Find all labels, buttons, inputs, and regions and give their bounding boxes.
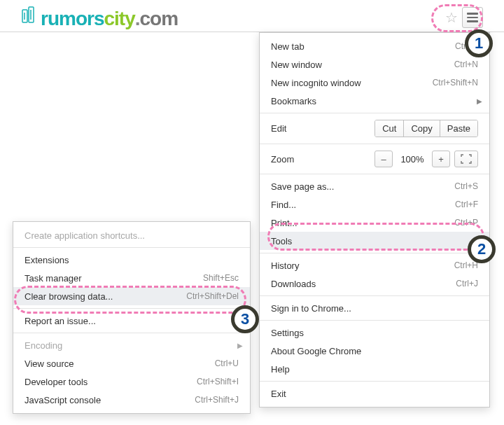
chevron-right-icon: ▶ (477, 237, 482, 245)
logo-text: rumors (41, 8, 104, 30)
menu-shortcut: Ctrl+Shift+N (433, 78, 478, 88)
logo-text: . (135, 8, 140, 30)
menu-button[interactable] (462, 7, 483, 28)
menu-label: Sign in to Chrome... (271, 303, 351, 314)
paste-button[interactable]: Paste (440, 120, 477, 137)
submenu-item-task-manager[interactable]: Task manager Shift+Esc (13, 269, 250, 287)
menu-separator (260, 174, 489, 174)
menu-shortcut: Ctrl+Shift+J (195, 395, 239, 405)
menu-shortcut: Ctrl+H (454, 260, 478, 270)
fullscreen-button[interactable] (454, 151, 478, 167)
menu-item-tools[interactable]: Tools ▶ (260, 232, 489, 250)
menu-shortcut: Ctrl+J (456, 279, 478, 288)
menu-label: Print... (271, 218, 298, 228)
submenu-item-javascript-console[interactable]: JavaScript console Ctrl+Shift+J (13, 391, 250, 409)
hamburger-icon (467, 13, 478, 22)
submenu-item-view-source[interactable]: View source Ctrl+U (13, 354, 250, 372)
menu-item-help[interactable]: Help (260, 360, 489, 378)
menu-label: New incognito window (271, 78, 361, 88)
tools-submenu: Create application shortcuts... Extensio… (13, 221, 251, 414)
menu-label: Clear browsing data... (24, 291, 113, 302)
menu-label: Tools (271, 236, 292, 246)
menu-shortcut: Shift+Esc (203, 273, 239, 283)
menu-item-new-window[interactable]: New window Ctrl+N (260, 55, 489, 74)
menu-item-new-tab[interactable]: New tab Ctrl+T (260, 37, 489, 55)
logo-text: city (104, 8, 134, 30)
menu-item-signin[interactable]: Sign in to Chrome... (260, 299, 489, 317)
menu-shortcut: Ctrl+Shift+I (197, 377, 239, 386)
star-icon[interactable]: ☆ (445, 11, 458, 25)
submenu-item-encoding[interactable]: Encoding ▶ (13, 336, 250, 354)
cut-button[interactable]: Cut (375, 120, 403, 137)
menu-shortcut: Ctrl+S (454, 181, 478, 191)
menu-item-new-incognito[interactable]: New incognito window Ctrl+Shift+N (260, 74, 489, 92)
chevron-right-icon: ▶ (237, 342, 243, 349)
menu-item-downloads[interactable]: Downloads Ctrl+J (260, 274, 489, 293)
menu-shortcut: Ctrl+Shift+Del (186, 291, 239, 301)
menu-separator (260, 320, 489, 321)
menu-label: Edit (271, 123, 286, 134)
menu-label: Encoding (24, 340, 62, 351)
submenu-item-report-issue[interactable]: Report an issue... (13, 312, 250, 330)
menu-item-settings[interactable]: Settings (260, 323, 489, 342)
submenu-item-clear-browsing-data[interactable]: Clear browsing data... Ctrl+Shift+Del (13, 287, 250, 305)
menu-item-history[interactable]: History Ctrl+H (260, 256, 489, 274)
menu-item-save-page[interactable]: Save page as... Ctrl+S (260, 177, 489, 195)
menu-label: New tab (271, 41, 304, 52)
menu-label: Extensions (24, 255, 69, 265)
menu-separator (13, 333, 250, 333)
menu-label: Zoom (271, 154, 294, 165)
menu-shortcut: Ctrl+T (455, 41, 478, 51)
menu-label: History (271, 260, 299, 271)
submenu-item-create-shortcuts: Create application shortcuts... (13, 226, 250, 244)
menu-item-print[interactable]: Print... Ctrl+P (260, 214, 489, 232)
menu-label: Settings (271, 328, 304, 338)
submenu-item-extensions[interactable]: Extensions (13, 251, 250, 269)
menu-label: Downloads (271, 279, 316, 289)
menu-label: About Google Chrome (271, 346, 361, 356)
menu-label: Report an issue... (24, 316, 96, 326)
logo-icon (18, 4, 38, 24)
menu-item-exit[interactable]: Exit (260, 384, 489, 403)
browser-toolbar: rumorscity.com ☆ (0, 0, 504, 32)
menu-label: New window (271, 60, 322, 70)
copy-button[interactable]: Copy (403, 120, 439, 137)
menu-separator (260, 144, 489, 144)
menu-label: Help (271, 364, 290, 375)
menu-shortcut: Ctrl+P (454, 218, 478, 228)
menu-separator (260, 381, 489, 382)
menu-label: Create application shortcuts... (24, 230, 145, 241)
menu-label: Save page as... (271, 181, 334, 192)
zoom-out-button[interactable]: – (374, 151, 393, 167)
zoom-value: 100% (397, 154, 428, 165)
menu-label: JavaScript console (24, 395, 101, 405)
menu-label: Find... (271, 200, 296, 210)
submenu-item-developer-tools[interactable]: Developer tools Ctrl+Shift+I (13, 372, 250, 391)
menu-label: Bookmarks (271, 96, 316, 106)
main-menu: New tab Ctrl+T New window Ctrl+N New inc… (259, 32, 490, 407)
menu-shortcut: Ctrl+F (455, 200, 478, 209)
menu-item-bookmarks[interactable]: Bookmarks ▶ (260, 92, 489, 110)
menu-separator (260, 295, 489, 296)
menu-separator (260, 113, 489, 113)
menu-label: Exit (271, 389, 286, 399)
menu-separator (260, 253, 489, 253)
logo-text: com (140, 8, 178, 30)
menu-item-zoom: Zoom – 100% + (260, 147, 489, 171)
menu-label: Developer tools (24, 377, 88, 387)
zoom-in-button[interactable]: + (432, 151, 450, 167)
menu-item-about[interactable]: About Google Chrome (260, 342, 489, 360)
menu-shortcut: Ctrl+N (454, 60, 478, 69)
menu-shortcut: Ctrl+U (215, 358, 239, 368)
menu-separator (13, 247, 250, 248)
menu-label: View source (24, 358, 74, 369)
fullscreen-icon (461, 154, 472, 164)
menu-item-find[interactable]: Find... Ctrl+F (260, 195, 489, 214)
menu-label: Task manager (24, 273, 82, 284)
site-logo: rumorscity.com (18, 6, 178, 30)
menu-item-edit: Edit Cut Copy Paste (260, 116, 489, 141)
menu-separator (13, 308, 250, 309)
chevron-right-icon: ▶ (477, 97, 482, 105)
